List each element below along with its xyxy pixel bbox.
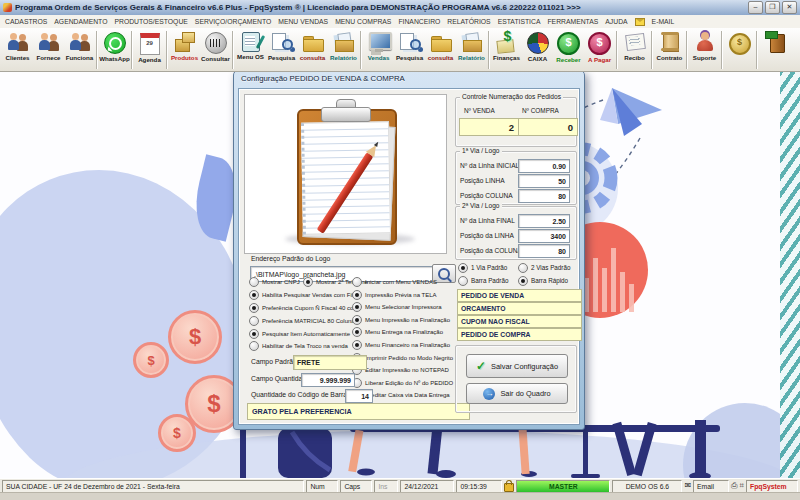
radio-icon bbox=[352, 302, 362, 312]
field-label: Posição da COLUNA bbox=[460, 247, 522, 254]
toolbar-button-consulta[interactable]: consulta bbox=[425, 29, 456, 71]
toolbar-button-consulta[interactable]: consulta bbox=[297, 29, 328, 71]
toolbar-button-whatsapp[interactable]: WhatsApp bbox=[99, 29, 130, 71]
via1-row-0: Nº da Linha INICIAL0.90 bbox=[460, 159, 572, 173]
toolbar-button-suporte[interactable]: Suporte bbox=[689, 29, 720, 71]
option-right-6[interactable]: Imprimir Pedido no Modo Negrito bbox=[352, 351, 453, 364]
status-user: MASTER bbox=[516, 480, 610, 493]
via1-field-2[interactable]: 80 bbox=[518, 189, 570, 203]
option-left-0[interactable]: Mostrar CNPJ bbox=[249, 276, 301, 289]
toolbar-button-produtos[interactable]: Produtos bbox=[169, 29, 200, 71]
dialog-title: Configuração PEDIDO DE VENDA & COMPRA bbox=[234, 71, 584, 87]
codigo-barras-field[interactable]: 14 bbox=[345, 389, 373, 403]
menu-item-10[interactable]: AJUDA bbox=[605, 18, 627, 25]
option-left-2[interactable]: Habilita Pesquisar Vendas com Filtro bbox=[249, 289, 368, 302]
toolbar-label: Clientes bbox=[5, 54, 29, 61]
menu-item-4[interactable]: MENU VENDAS bbox=[278, 18, 328, 25]
option-right-7[interactable]: Editar Impressão no NOTEPAD bbox=[352, 364, 453, 377]
via2-field-0[interactable]: 2.50 bbox=[518, 214, 570, 228]
toolbar-button-fornece[interactable]: Fornece bbox=[33, 29, 64, 71]
option-left-5[interactable]: Pesquisar Item Automaticamente bbox=[249, 327, 368, 340]
toolbar-label: consulta bbox=[300, 54, 325, 61]
coin-icon: $ bbox=[168, 310, 222, 364]
option-radio-3[interactable]: Barra Rápido bbox=[518, 274, 576, 287]
numero-compra-field[interactable]: 0 bbox=[518, 118, 578, 136]
toolbar-separator bbox=[131, 31, 133, 69]
lock-icon bbox=[504, 483, 514, 492]
app-icon bbox=[3, 3, 12, 12]
toolbar-button-menu-os[interactable]: Menu OS bbox=[235, 29, 266, 71]
toolbar-button-coin[interactable] bbox=[724, 29, 755, 71]
restore-button[interactable]: ❐ bbox=[765, 1, 780, 14]
radio-icon bbox=[352, 315, 362, 325]
option-right-1[interactable]: Impressão Prévia na TELA bbox=[352, 289, 453, 302]
option-right-8[interactable]: Liberar Edição do Nº do PEDIDO bbox=[352, 376, 453, 389]
financas-icon bbox=[495, 31, 519, 53]
status-email[interactable]: Email bbox=[693, 480, 729, 493]
doc-name-field-3[interactable]: PEDIDO DE COMPRA bbox=[457, 328, 582, 341]
menu-item-7[interactable]: RELATÓRIOS bbox=[447, 18, 490, 25]
via1-title: 1ª Via / Logo bbox=[460, 147, 502, 154]
option-right-0[interactable]: Iniciar com Menu VENDAS bbox=[352, 276, 453, 289]
status-demo: DEMO OS 6.6 bbox=[612, 480, 682, 493]
numero-venda-field[interactable]: 2 bbox=[459, 118, 519, 136]
people-icon bbox=[6, 31, 30, 53]
menu-item-2[interactable]: PRODUTOS/ESTOQUE bbox=[114, 18, 187, 25]
menu-item-5[interactable]: MENU COMPRAS bbox=[335, 18, 391, 25]
doc-name-field-1[interactable]: ORCAMENTO bbox=[457, 302, 582, 315]
option-label: Preferência MATRICIAL 80 Colunas bbox=[262, 318, 358, 324]
toolbar-button-relatório[interactable]: Relatório bbox=[328, 29, 359, 71]
option-right-3[interactable]: Menu Impressão na Finalização bbox=[352, 314, 453, 327]
save-config-button[interactable]: ✓ Salvar Configuração bbox=[466, 354, 568, 378]
option-radio-2[interactable]: Barra Padrão bbox=[458, 274, 516, 287]
option-radio-1[interactable]: 2 Vias Padrão bbox=[518, 261, 576, 274]
toolbar-button-clientes[interactable]: Clientes bbox=[2, 29, 33, 71]
menu-item-6[interactable]: FINANCEIRO bbox=[398, 18, 440, 25]
via2-field-1[interactable]: 3400 bbox=[518, 229, 570, 243]
toolbar-button-contrato[interactable]: Contrato bbox=[654, 29, 685, 71]
close-button[interactable]: ✕ bbox=[782, 1, 797, 14]
menu-item-0[interactable]: CADASTROS bbox=[5, 18, 47, 25]
menu-item-9[interactable]: FERRAMENTAS bbox=[547, 18, 598, 25]
numeracao-groupbox: Controle Numeração dos Pedidos Nº VENDA … bbox=[455, 97, 577, 147]
minimize-button[interactable]: – bbox=[748, 1, 763, 14]
toolbar-button-a-pagar[interactable]: A Pagar bbox=[584, 29, 615, 71]
option-right-2[interactable]: Menu Selecionar Impressora bbox=[352, 301, 453, 314]
via1-field-1[interactable]: 50 bbox=[518, 174, 570, 188]
toolbar-button-relatório[interactable]: Relatório bbox=[456, 29, 487, 71]
toolbar-button-receber[interactable]: Receber bbox=[553, 29, 584, 71]
menu-item-3[interactable]: SERVIÇO/ORÇAMENTO bbox=[195, 18, 271, 25]
window-title: Programa Ordem de Serviços Gerais & Fina… bbox=[15, 3, 581, 12]
option-right-4[interactable]: Menu Entrega na Finalização bbox=[352, 326, 453, 339]
via1-field-0[interactable]: 0.90 bbox=[518, 159, 570, 173]
toolbar-button-caixa[interactable]: CAIXA bbox=[522, 29, 553, 71]
toolbar-button-vendas[interactable]: Vendas bbox=[363, 29, 394, 71]
exit-dialog-button[interactable]: → Sair do Quadro bbox=[466, 383, 568, 404]
toolbar-button-agenda[interactable]: Agenda bbox=[134, 29, 165, 71]
toolbar-button-finanças[interactable]: Finanças bbox=[491, 29, 522, 71]
campo-quantidade-field[interactable]: 9.999.999 bbox=[301, 373, 355, 387]
menu-item-11[interactable]: E-MAIL bbox=[652, 18, 675, 25]
doc-name-field-2[interactable]: CUPOM NAO FISCAL bbox=[457, 315, 582, 328]
option-radio-0[interactable]: 1 Via Padrão bbox=[458, 261, 516, 274]
toolbar-button-exit[interactable] bbox=[759, 29, 790, 71]
menu-item-8[interactable]: ESTATISTICA bbox=[498, 18, 541, 25]
menu-item-1[interactable]: AGENDAMENTO bbox=[54, 18, 107, 25]
doc-name-field-0[interactable]: PEDIDO DE VENDA bbox=[457, 289, 582, 302]
toolbar-button-pesquisa[interactable]: Pesquisa bbox=[394, 29, 425, 71]
radio-icon bbox=[249, 303, 259, 313]
option-left-6[interactable]: Habilitar de Tela Troco na venda bbox=[249, 340, 368, 353]
toolbar-button-consultar[interactable]: Consultar bbox=[200, 29, 231, 71]
toolbar-label: Relatório bbox=[330, 54, 357, 61]
option-right-5[interactable]: Menu Financeiro na Finalização bbox=[352, 339, 453, 352]
option-left-3[interactable]: Preferência Cupom Ñ Fiscal 40 col bbox=[249, 302, 368, 315]
campo-padrao-field[interactable]: FRETE bbox=[293, 355, 367, 370]
via2-field-2[interactable]: 80 bbox=[518, 244, 570, 258]
option-left-4[interactable]: Preferência MATRICIAL 80 Colunas bbox=[249, 314, 368, 327]
status-date: 24/12/2021 bbox=[400, 480, 454, 493]
toolbar-button-pesquisa[interactable]: Pesquisa bbox=[266, 29, 297, 71]
option-label: Habilitar de Tela Troco na venda bbox=[262, 343, 348, 349]
toolbar-button-recibo[interactable]: Recibo bbox=[619, 29, 650, 71]
numeracao-title: Controle Numeração dos Pedidos bbox=[460, 93, 563, 100]
toolbar-button-funciona[interactable]: Funciona bbox=[64, 29, 95, 71]
